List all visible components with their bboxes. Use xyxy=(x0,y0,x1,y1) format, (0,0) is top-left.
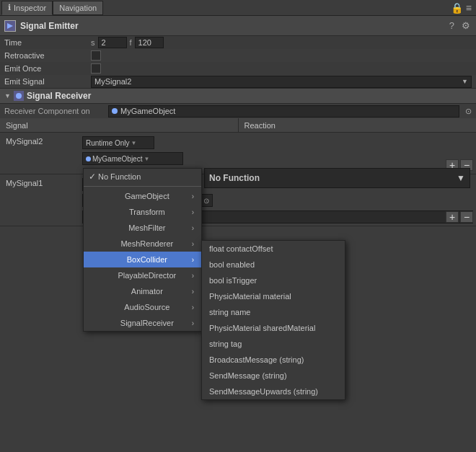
menu-item-boxcollider[interactable]: BoxCollider › xyxy=(84,252,201,267)
meshfilter-arrow-icon: › xyxy=(192,224,194,232)
retroactive-value xyxy=(91,50,472,61)
signal-name-1: MySignal1 xyxy=(0,174,79,226)
boxcollider-submenu: float contactOffset bool enabled bool is… xyxy=(201,240,345,400)
playabledirector-arrow-icon: › xyxy=(192,272,194,280)
emit-once-value xyxy=(91,63,472,74)
svg-point-1 xyxy=(16,93,22,99)
time-field-row: Time s f xyxy=(0,36,476,49)
menu-item-meshrenderer[interactable]: MeshRenderer › xyxy=(84,236,201,252)
emitter-icon xyxy=(4,20,16,32)
tab-bar: ℹ Inspector Navigation 🔒 ≡ xyxy=(0,0,476,16)
object-dropdown-0[interactable]: MyGameObject ▼ xyxy=(82,152,183,165)
meshrenderer-arrow-icon: › xyxy=(192,240,194,248)
tab-navigation[interactable]: Navigation xyxy=(53,1,103,15)
emit-signal-label: Emit Signal xyxy=(4,77,91,86)
receiver-select-btn[interactable]: ⊙ xyxy=(465,107,472,116)
navigation-tab-label: Navigation xyxy=(59,4,97,12)
signal-col-header: Signal xyxy=(0,118,239,132)
reaction-line-0a: Runtime Only ▼ xyxy=(82,136,473,150)
sub-item-enabled[interactable]: bool enabled xyxy=(202,257,345,272)
time-f-input[interactable] xyxy=(135,37,164,48)
help-button[interactable]: ? xyxy=(448,20,456,31)
obj-dot-0 xyxy=(86,156,91,161)
menu-icon[interactable]: ≡ xyxy=(466,2,472,14)
runtime-dropdown-0[interactable]: Runtime Only ▼ xyxy=(82,136,154,149)
emit-once-field-row: Emit Once xyxy=(0,62,476,75)
menu-separator xyxy=(84,186,201,187)
menu-item-audiosource[interactable]: AudioSource › xyxy=(84,299,201,315)
menu-item-no-function[interactable]: ✓ No Function xyxy=(84,169,201,185)
menu-item-signalreceiver[interactable]: SignalReceiver › xyxy=(84,315,201,331)
sub-item-sendmessage[interactable]: SendMessage (string) xyxy=(202,368,345,384)
dropdown-menu-container: ✓ No Function GameObject › Transform › M… xyxy=(83,168,202,332)
receiver-component-row: Receiver Component on MyGameObject ⊙ xyxy=(0,104,476,118)
remove-reaction-1-btn[interactable]: − xyxy=(460,211,473,223)
menu-item-meshfilter[interactable]: MeshFilter › xyxy=(84,220,201,236)
emit-signal-selected: MySignal2 xyxy=(94,77,131,86)
menu-item-transform[interactable]: Transform › xyxy=(84,204,201,220)
receiver-component-label: Receiver Component on xyxy=(4,107,105,115)
no-function-arrow: ▼ xyxy=(457,173,465,183)
svg-marker-0 xyxy=(7,23,13,29)
emit-once-checkbox[interactable] xyxy=(91,63,101,74)
emit-signal-value: MySignal2 ▼ xyxy=(91,76,472,88)
menu-item-playabledirector[interactable]: PlayableDirector › xyxy=(84,267,201,283)
add-reaction-1-btn[interactable]: + xyxy=(446,211,459,223)
inspector-tab-label: Inspector xyxy=(14,4,46,12)
component-title: Signal Emitter xyxy=(20,21,79,31)
sub-item-tag[interactable]: string tag xyxy=(202,336,345,352)
time-s-label: s xyxy=(91,38,95,47)
menu-item-animator[interactable]: Animator › xyxy=(84,283,201,299)
add-remove-btns-1: + − xyxy=(446,211,473,223)
emit-signal-arrow: ▼ xyxy=(462,78,468,85)
receiver-obj-name: MyGameObject xyxy=(120,107,175,115)
reaction-line-0b: MyGameObject ▼ xyxy=(82,151,473,166)
signal-table-header: Signal Reaction xyxy=(0,118,476,133)
check-mark-icon: ✓ xyxy=(87,172,98,182)
no-function-label: No Function xyxy=(209,173,260,183)
time-value: s f xyxy=(91,37,472,48)
transform-arrow-icon: › xyxy=(192,208,194,216)
animator-arrow-icon: › xyxy=(192,288,194,296)
tab-controls: 🔒 ≡ xyxy=(451,2,475,14)
signal-name-0: MySignal2 xyxy=(0,133,79,174)
emit-signal-dropdown[interactable]: MySignal2 ▼ xyxy=(91,76,472,88)
lock-icon[interactable]: 🔒 xyxy=(451,2,463,14)
sub-item-material[interactable]: PhysicMaterial material xyxy=(202,288,345,304)
signal-receiver-section: ▼ Signal Receiver xyxy=(0,88,476,104)
sub-item-sharedmaterial[interactable]: PhysicMaterial sharedMaterial xyxy=(202,320,345,336)
component-header: Signal Emitter ? ⚙ xyxy=(0,16,476,36)
audiosource-arrow-icon: › xyxy=(192,303,194,311)
receiver-icon xyxy=(14,91,24,101)
retroactive-field-row: Retroactive xyxy=(0,49,476,62)
emit-signal-field-row: Emit Signal MySignal2 ▼ xyxy=(0,75,476,88)
sub-item-broadcastmessage[interactable]: BroadcastMessage (string) xyxy=(202,352,345,368)
no-function-dropdown[interactable]: No Function ▼ xyxy=(204,168,470,188)
time-label: Time xyxy=(4,38,91,47)
main-dropdown-menu: ✓ No Function GameObject › Transform › M… xyxy=(83,168,202,332)
sub-item-sendmessageupwards[interactable]: SendMessageUpwards (string) xyxy=(202,384,345,399)
emit-once-label: Emit Once xyxy=(4,64,91,73)
sub-item-istrigger[interactable]: bool isTrigger xyxy=(202,272,345,288)
time-f-label: f xyxy=(130,38,132,47)
inspector-icon: ℹ xyxy=(8,3,11,12)
reaction-col-header: Reaction xyxy=(239,118,477,132)
signalreceiver-arrow-icon: › xyxy=(192,319,194,327)
section-collapse-icon[interactable]: ▼ xyxy=(4,92,11,99)
sub-item-contactoffset[interactable]: float contactOffset xyxy=(202,241,345,257)
receiver-component-value[interactable]: MyGameObject xyxy=(108,105,459,118)
tab-inspector[interactable]: ℹ Inspector xyxy=(1,1,53,15)
retroactive-label: Retroactive xyxy=(4,51,91,60)
boxcollider-arrow-icon: › xyxy=(192,256,194,264)
time-s-input[interactable] xyxy=(98,37,127,48)
receiver-obj-dot xyxy=(112,108,118,114)
menu-item-gameobject[interactable]: GameObject › xyxy=(84,188,201,204)
go-arrow-icon: › xyxy=(192,192,194,200)
settings-button[interactable]: ⚙ xyxy=(460,20,472,31)
sub-item-name[interactable]: string name xyxy=(202,304,345,320)
retroactive-checkbox[interactable] xyxy=(91,50,101,61)
signal-receiver-title: Signal Receiver xyxy=(27,91,91,101)
